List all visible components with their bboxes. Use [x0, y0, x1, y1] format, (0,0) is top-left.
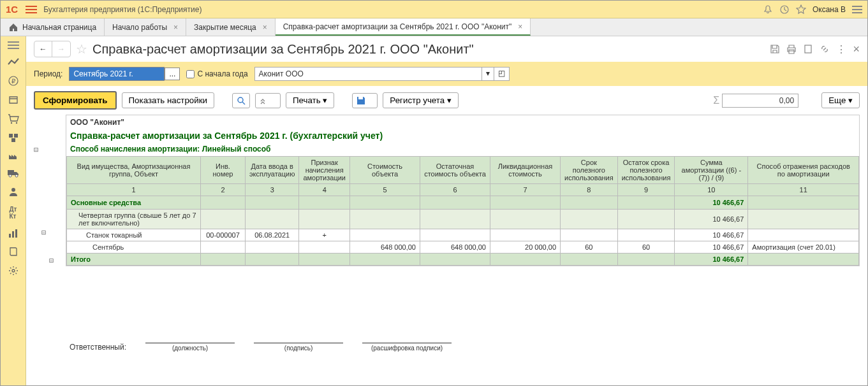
svg-point-19 — [11, 188, 15, 192]
nav-forward-button[interactable]: → — [52, 41, 70, 57]
table-row-group[interactable]: Основные средства 10 466,67 — [67, 196, 859, 210]
favorite-star-icon[interactable]: ☆ — [76, 41, 87, 57]
tree-toggle-icon[interactable]: ⊟ — [34, 145, 38, 154]
print-button[interactable]: Печать ▾ — [286, 92, 334, 108]
nav-arrows: ← → — [34, 41, 71, 57]
link-icon[interactable] — [820, 44, 830, 54]
factory-icon[interactable] — [8, 151, 18, 160]
tree-gutter: ⊟ ⊟ ⊟ — [34, 115, 66, 352]
svg-point-17 — [9, 175, 11, 177]
page-header: ← → ☆ Справка-расчет амортизации за Сент… — [26, 36, 867, 62]
bars-icon[interactable] — [8, 229, 18, 238]
nav-back-button[interactable]: ← — [34, 41, 52, 57]
doc-icon[interactable] — [803, 44, 813, 54]
org-dropdown-button[interactable]: ▾ — [482, 67, 494, 81]
sigma-icon: Σ — [713, 95, 719, 106]
svg-point-13 — [15, 122, 17, 124]
form-button[interactable]: Сформировать — [34, 91, 117, 110]
star-icon[interactable] — [796, 4, 806, 15]
period-label: Период: — [34, 69, 63, 78]
col-num: 3 — [246, 184, 299, 196]
tab-start[interactable]: Начало работы × — [105, 18, 186, 36]
col-header: Признак начисления амортизации — [299, 157, 350, 184]
col-num: 2 — [201, 184, 246, 196]
dtkt-icon[interactable]: ДтКт — [9, 206, 17, 220]
from-start-label: С начала года — [197, 69, 247, 78]
signer-position: (должность) — [145, 343, 235, 352]
table-row-item[interactable]: Станок токарный 00-000007 06.08.2021 + 1… — [67, 229, 859, 241]
close-icon[interactable]: × — [173, 23, 178, 32]
close-icon[interactable]: × — [518, 22, 522, 31]
col-header: Вид имущества, Амортизационная группа, О… — [67, 157, 201, 184]
show-settings-button[interactable]: Показать настройки — [122, 92, 214, 108]
tab-home[interactable]: Начальная страница — [1, 18, 105, 36]
chart-icon[interactable] — [8, 58, 19, 67]
person-icon[interactable] — [8, 187, 18, 197]
from-start-checkbox-input[interactable] — [186, 70, 195, 78]
signer-label: Ответственный: — [70, 343, 126, 352]
svg-point-18 — [15, 175, 18, 177]
more-button[interactable]: Еще ▾ — [821, 92, 860, 108]
signature-block: Ответственный: (должность) (подпись) (ра… — [66, 343, 860, 352]
col-header: Инв. номер — [201, 157, 246, 184]
register-button[interactable]: Регистр учета ▾ — [383, 92, 459, 108]
sum-input[interactable]: 0,00 — [722, 94, 798, 108]
col-header: Остаток срока полезного использования — [617, 157, 675, 184]
book-icon[interactable] — [8, 247, 18, 257]
tab-amort-report[interactable]: Справка-расчет амортизации за Сентябрь 2… — [276, 18, 531, 36]
org-open-button[interactable]: ◰ — [494, 67, 510, 81]
from-start-checkbox[interactable]: С начала года — [186, 69, 247, 78]
col-header: Остаточная стоимость объекта — [420, 157, 490, 184]
caption-menu-icon[interactable] — [852, 4, 862, 15]
toolbar: Сформировать Показать настройки Печать ▾… — [26, 86, 867, 115]
svg-point-25 — [238, 97, 243, 103]
bell-icon[interactable] — [763, 4, 773, 15]
tab-month-close[interactable]: Закрытие месяца × — [186, 18, 276, 36]
org-input[interactable]: Аконит ООО — [254, 67, 482, 81]
tree-toggle-icon[interactable]: ⊟ — [49, 256, 54, 265]
titlebar: 1C Бухгалтерия предприятия (1С:Предприят… — [1, 1, 867, 18]
sidebar-menu-icon[interactable] — [8, 41, 19, 49]
col-header: Срок полезного использования — [561, 157, 618, 184]
ruble-icon[interactable]: ₽ — [8, 76, 18, 86]
page-title: Справка-расчет амортизации за Сентябрь 2… — [92, 42, 765, 57]
collapse-button[interactable] — [255, 93, 281, 108]
col-header: Способ отражения расходов по амортизации — [748, 157, 859, 184]
truck-icon[interactable] — [7, 169, 20, 178]
report-table: Вид имущества, Амортизационная группа, О… — [66, 156, 859, 266]
params-bar: Период: Сентябрь 2021 г. ... С начала го… — [26, 62, 867, 86]
report-org: ООО "Аконит" — [66, 115, 859, 129]
col-header: Ликвидационная стоимость — [490, 157, 561, 184]
close-page-button[interactable]: × — [853, 43, 860, 56]
svg-point-12 — [10, 122, 11, 124]
period-input[interactable]: Сентябрь 2021 г. — [69, 67, 165, 81]
warehouse-icon[interactable] — [8, 133, 18, 142]
table-row-total: Итого 10 466,67 — [67, 254, 859, 266]
table-row-subgroup[interactable]: Четвертая группа (свыше 5 лет до 7 лет в… — [67, 210, 859, 229]
svg-point-23 — [12, 269, 15, 272]
save-report-button[interactable] — [352, 93, 378, 108]
report-area: ⊟ ⊟ ⊟ ООО "Аконит" Справка-расчет аморти… — [26, 115, 867, 385]
table-row-detail[interactable]: Сентябрь 648 000,00 648 000,00 20 000,00… — [67, 241, 859, 254]
col-header: Сумма амортизации ((6) - (7)) / (9) — [675, 157, 748, 184]
purchase-icon[interactable] — [8, 95, 18, 105]
col-num: 9 — [617, 184, 675, 196]
print-icon[interactable] — [786, 44, 797, 54]
col-num: 11 — [748, 184, 859, 196]
save-icon[interactable] — [770, 44, 780, 54]
cart-icon[interactable] — [8, 114, 19, 124]
svg-rect-15 — [14, 134, 18, 138]
user-name[interactable]: Оксана В — [813, 5, 846, 14]
col-num: 6 — [420, 184, 490, 196]
svg-line-26 — [242, 102, 245, 104]
find-button[interactable] — [232, 93, 250, 108]
sidebar: ₽ ДтКт — [1, 36, 26, 385]
menu-icon[interactable] — [23, 3, 40, 16]
tree-toggle-icon[interactable]: ⊟ — [41, 228, 46, 237]
gear-icon[interactable] — [8, 266, 18, 276]
kebab-icon[interactable]: ⋮ — [836, 43, 846, 55]
svg-rect-16 — [11, 138, 15, 142]
history-icon[interactable] — [779, 4, 790, 15]
period-picker-button[interactable]: ... — [165, 68, 180, 80]
close-icon[interactable]: × — [263, 23, 267, 32]
